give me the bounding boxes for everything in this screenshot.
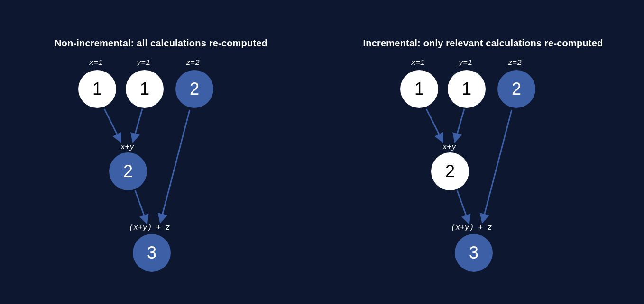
label-xy-right: x+y [442,143,456,152]
svg-line-0 [104,109,121,142]
svg-line-5 [455,109,464,142]
panel-incremental: Incremental: only relevant calculations … [322,0,644,304]
svg-line-4 [426,109,443,142]
label-sum-left: (x+y) + z [129,224,170,232]
panel-non-incremental: Non-incremental: all calculations re-com… [0,0,322,304]
label-z-right: z=2 [508,59,522,67]
node-sum-right: 3 [455,234,493,272]
label-xy-left: x+y [120,143,134,152]
label-x-right: x=1 [411,59,425,67]
node-z-left: 2 [175,70,213,108]
label-z-left: z=2 [186,59,200,67]
svg-line-3 [135,190,147,224]
svg-line-1 [133,109,142,142]
node-x-left: 1 [78,70,116,108]
node-y-right: 1 [448,70,486,108]
panel-title-left: Non-incremental: all calculations re-com… [0,38,322,49]
panel-title-right: Incremental: only relevant calculations … [322,38,644,49]
label-y-right: y=1 [459,59,472,67]
svg-line-2 [160,110,190,223]
node-xy-right: 2 [431,152,469,190]
node-sum-left: 3 [133,234,171,272]
node-z-right: 2 [497,70,535,108]
node-y-left: 1 [126,70,164,108]
node-xy-left: 2 [109,152,147,190]
label-sum-right: (x+y) + z [451,224,492,232]
svg-line-7 [457,190,469,224]
svg-line-6 [482,110,512,223]
label-x-left: x=1 [89,59,103,67]
diagram-container: Non-incremental: all calculations re-com… [0,0,644,304]
label-y-left: y=1 [137,59,150,67]
node-x-right: 1 [400,70,438,108]
